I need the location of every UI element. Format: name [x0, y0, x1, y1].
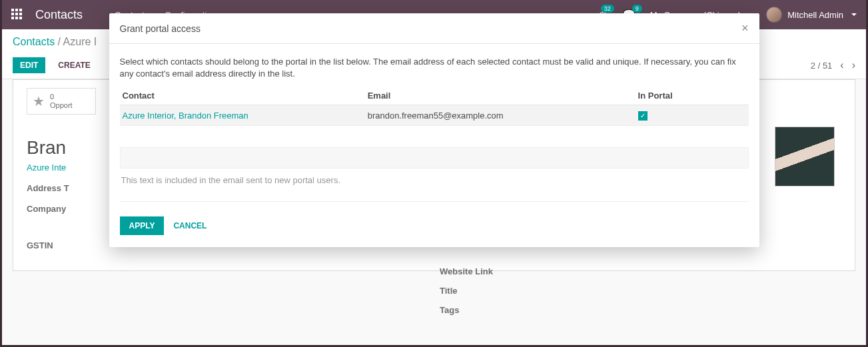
- apply-button[interactable]: APPLY: [120, 216, 165, 235]
- message-textarea[interactable]: [120, 147, 749, 169]
- col-contact: Contact: [120, 87, 365, 105]
- modal-description: Select which contacts should belong to t…: [120, 56, 749, 80]
- message-help: This text is included in the email sent …: [121, 175, 747, 185]
- modal-header: Grant portal access ×: [109, 13, 759, 44]
- modal-title: Grant portal access: [120, 23, 201, 34]
- row-contact[interactable]: Azure Interior, Brandon Freeman: [123, 111, 248, 121]
- close-icon[interactable]: ×: [741, 21, 749, 35]
- in-portal-checkbox[interactable]: ✓: [638, 111, 648, 121]
- divider: [120, 201, 749, 202]
- modal-backdrop: Grant portal access × Select which conta…: [2, 0, 866, 345]
- modal-body: Select which contacts should belong to t…: [109, 44, 759, 207]
- row-email[interactable]: brandon.freeman55@example.com: [365, 105, 636, 126]
- col-inportal: In Portal: [636, 87, 749, 105]
- modal-footer: APPLY CANCEL: [109, 207, 759, 247]
- portal-access-modal: Grant portal access × Select which conta…: [109, 13, 759, 247]
- table-row: Azure Interior, Brandon Freeman brandon.…: [120, 105, 749, 126]
- col-email: Email: [365, 87, 636, 105]
- cancel-button[interactable]: CANCEL: [173, 221, 207, 230]
- portal-table: Contact Email In Portal Azure Interior, …: [120, 87, 749, 126]
